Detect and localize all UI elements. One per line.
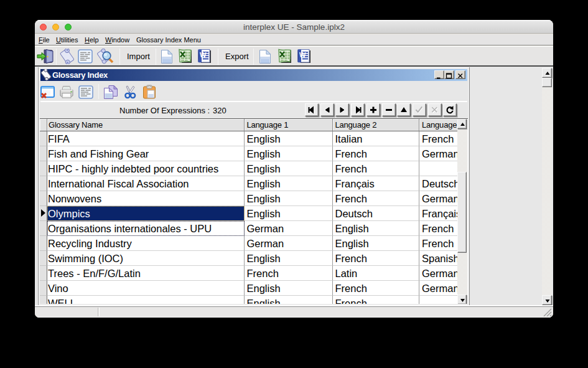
svg-text:W: W [200, 51, 207, 59]
svg-text:W: W [299, 51, 306, 59]
